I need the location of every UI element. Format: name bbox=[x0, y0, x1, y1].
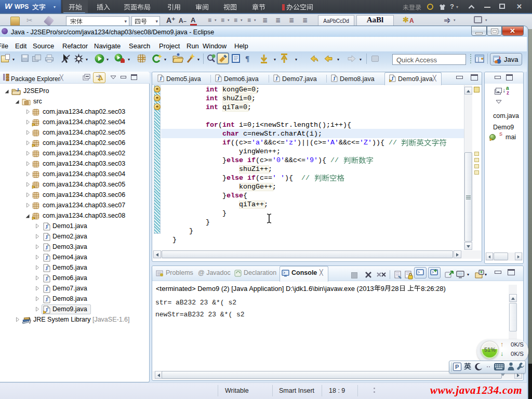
svg-text:J: J bbox=[45, 234, 48, 240]
svg-text:J: J bbox=[217, 76, 220, 82]
svg-text:J: J bbox=[45, 255, 48, 261]
svg-text:J: J bbox=[159, 76, 162, 82]
svg-text:J: J bbox=[45, 286, 48, 292]
svg-text:J: J bbox=[333, 76, 336, 82]
svg-text:J: J bbox=[17, 87, 19, 92]
svg-text:J: J bbox=[45, 245, 48, 250]
svg-text:J: J bbox=[45, 276, 48, 282]
svg-text:J: J bbox=[142, 56, 144, 61]
svg-text:J: J bbox=[45, 297, 48, 302]
svg-text:J: J bbox=[45, 224, 48, 230]
svg-text:J: J bbox=[275, 76, 278, 82]
svg-text:J: J bbox=[45, 265, 48, 271]
